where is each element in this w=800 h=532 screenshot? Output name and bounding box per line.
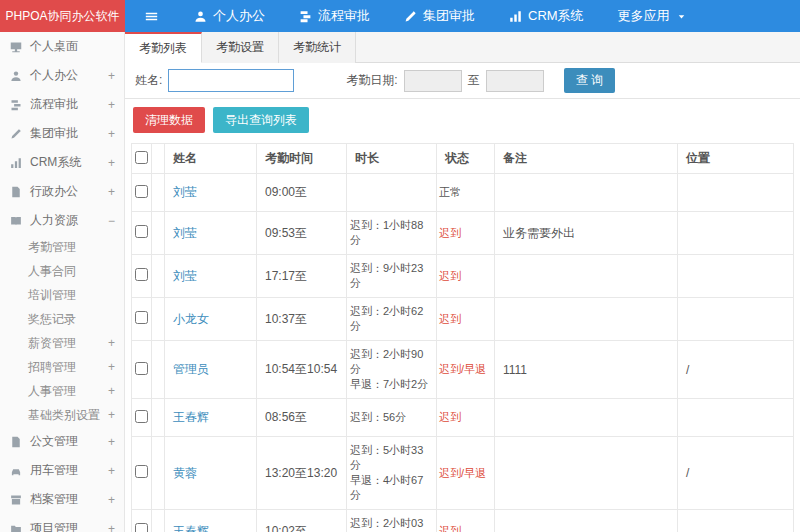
location-cell [678,510,794,532]
approval-icon [404,10,417,23]
table-row: 刘莹 17:17至 迟到：9小时23分 迟到 [132,255,794,298]
export-list-button[interactable]: 导出查询列表 [213,107,309,133]
nav-item-crm-system[interactable]: CRM系统 [492,0,601,32]
chart-icon [10,157,22,169]
duration-cell: 迟到：2小时62分 [347,298,437,341]
table-row: 刘莹 09:53至 迟到：1小时88分 迟到 业务需要外出 [132,212,794,255]
archive-icon [10,494,22,506]
tab-attendance-list[interactable]: 考勤列表 [125,32,202,63]
location-cell [678,212,794,255]
employee-name-link[interactable]: 刘莹 [173,185,197,199]
sidebar-item-admin-office[interactable]: 行政办公 + [0,177,124,206]
attendance-time-cell: 13:20至13:20 [257,437,347,510]
sidebar-item-base-category-settings[interactable]: 基础类别设置 + [0,403,124,427]
tab-attendance-stats[interactable]: 考勤统计 [279,32,356,63]
location-cell [678,174,794,212]
desktop-icon [10,41,22,53]
sidebar-item-crm-system[interactable]: CRM系统 + [0,148,124,177]
note-cell: 1111 [495,341,678,399]
blank-cell [152,298,165,341]
employee-name-link[interactable]: 小龙女 [173,312,209,326]
date-to-input[interactable] [486,70,544,92]
sidebar-item-personal-office[interactable]: 个人办公 + [0,61,124,90]
employee-name-link[interactable]: 黄蓉 [173,466,197,480]
expand-toggle-icon: + [108,185,115,199]
expand-toggle-icon: − [108,214,115,228]
nav-item-more-apps[interactable]: 更多应用 [601,0,704,32]
status-badge: 迟到/早退 [439,467,486,479]
expand-toggle-icon: + [108,360,115,374]
name-filter-label: 姓名: [135,72,162,89]
expand-toggle-icon: + [108,69,115,83]
row-checkbox[interactable] [135,465,148,478]
row-checkbox[interactable] [135,311,148,324]
app-logo[interactable]: PHPOA协同办公软件 [0,0,125,32]
tab-attendance-settings[interactable]: 考勤设置 [202,32,279,63]
name-filter-input[interactable] [168,69,294,92]
sidebar-item-group-approval[interactable]: 集团审批 + [0,119,124,148]
employee-name-link[interactable]: 刘莹 [173,269,197,283]
row-checkbox[interactable] [135,523,148,532]
duration-cell: 迟到：56分 [347,399,437,437]
employee-name-link[interactable]: 王春辉 [173,410,209,424]
date-from-input[interactable] [404,70,462,92]
row-checkbox[interactable] [135,185,148,198]
employee-name-link[interactable]: 管理员 [173,362,209,376]
blank-cell [152,212,165,255]
sidebar-item-attendance-mgmt[interactable]: 考勤管理 [0,235,124,259]
sidebar-item-salary-mgmt[interactable]: 薪资管理 + [0,331,124,355]
sidebar-item-workflow-approval[interactable]: 流程审批 + [0,90,124,119]
status-badge: 迟到 [439,270,461,282]
sidebar-item-personal-desktop[interactable]: 个人桌面 [0,32,124,61]
expand-toggle-icon: + [108,384,115,398]
attendance-time-cell: 17:17至 [257,255,347,298]
nav-item-group-approval[interactable]: 集团审批 [387,0,492,32]
table-row: 管理员 10:54至10:54 迟到：2小时90分 早退：7小时2分 迟到/早退… [132,341,794,399]
row-checkbox[interactable] [135,268,148,281]
status-badge: 迟到 [439,525,461,532]
clear-data-button[interactable]: 清理数据 [133,107,205,133]
action-bar: 清理数据 导出查询列表 [125,99,800,141]
col-header-name: 姓名 [165,144,257,174]
row-checkbox[interactable] [135,362,148,375]
car-icon [10,465,22,477]
col-header-note: 备注 [495,144,678,174]
tab-bar: 考勤列表 考勤设置 考勤统计 [125,32,800,63]
location-cell [678,255,794,298]
sidebar-item-vehicle-mgmt[interactable]: 用车管理 + [0,456,124,485]
row-checkbox[interactable] [135,410,148,423]
sidebar-item-document-mgmt[interactable]: 公文管理 + [0,427,124,456]
expand-toggle-icon: + [108,98,115,112]
duration-cell: 迟到：5小时33分 早退：4小时67分 [347,437,437,510]
page-layout: 个人桌面 个人办公 + 流程审批 + 集团审批 + CRM系统 + 行政办公 +… [0,32,800,532]
note-cell [495,399,678,437]
employee-name-link[interactable]: 王春辉 [173,524,209,532]
row-checkbox[interactable] [135,225,148,238]
note-cell [495,510,678,532]
select-all-checkbox[interactable] [135,151,148,164]
sidebar-item-project-mgmt[interactable]: 项目管理 + [0,514,124,532]
sidebar-item-hr-contract[interactable]: 人事合同 [0,259,124,283]
sidebar-item-reward-punish-records[interactable]: 奖惩记录 [0,307,124,331]
employee-name-link[interactable]: 刘莹 [173,226,197,240]
flow-icon [299,10,312,23]
status-badge: 迟到/早退 [439,363,486,375]
sidebar-item-hr[interactable]: 人力资源 − [0,206,124,235]
attendance-time-cell: 09:00至 [257,174,347,212]
sidebar-item-personnel-mgmt[interactable]: 人事管理 + [0,379,124,403]
sidebar-item-recruitment-mgmt[interactable]: 招聘管理 + [0,355,124,379]
location-cell [678,399,794,437]
nav-item-workflow-approval[interactable]: 流程审批 [282,0,387,32]
status-badge: 迟到 [439,227,461,239]
nav-item-personal-office[interactable]: 个人办公 [177,0,282,32]
col-header-duration: 时长 [347,144,437,174]
doc-icon [10,436,22,448]
sidebar-item-archive-mgmt[interactable]: 档案管理 + [0,485,124,514]
note-cell [495,255,678,298]
date-to-label: 至 [468,72,480,89]
expand-toggle-icon: + [108,464,115,478]
sidebar-toggle-button[interactable] [125,0,177,32]
sidebar-item-training-mgmt[interactable]: 培训管理 [0,283,124,307]
top-navbar: PHPOA协同办公软件 个人办公 流程审批 集团审批 CRM系统 更多应用 [0,0,800,32]
query-button[interactable]: 查 询 [564,68,615,93]
